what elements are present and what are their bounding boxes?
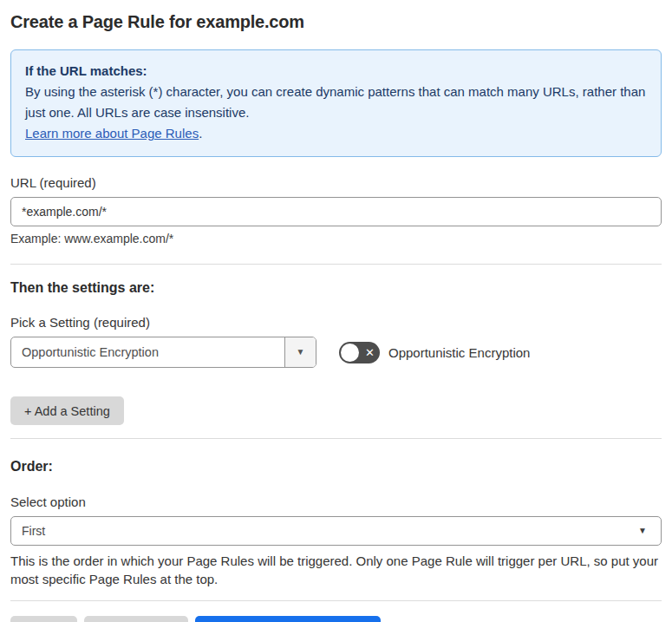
chevron-down-icon: ▼: [297, 348, 305, 357]
link-period: .: [199, 126, 202, 141]
url-match-info-box: If the URL matches: By using the asteris…: [10, 49, 662, 157]
setting-dropdown[interactable]: Opportunistic Encryption ▼: [10, 337, 316, 368]
save-and-deploy-button[interactable]: Save and Deploy Page Rule: [195, 616, 381, 622]
settings-section-heading: Then the settings are:: [10, 280, 662, 296]
url-input[interactable]: [10, 197, 662, 226]
order-select[interactable]: First ▼: [10, 516, 662, 546]
select-option-label: Select option: [10, 494, 662, 509]
setting-toggle-label: Opportunistic Encryption: [388, 345, 530, 360]
info-box-body: By using the asterisk (*) character, you…: [25, 82, 647, 123]
learn-more-link[interactable]: Learn more about Page Rules: [25, 126, 199, 141]
info-box-link-line: Learn more about Page Rules.: [25, 123, 647, 144]
setting-row: Opportunistic Encryption ▼ ✕ Opportunist…: [10, 337, 662, 368]
order-helper-text: This is the order in which your Page Rul…: [10, 552, 662, 588]
info-box-heading: If the URL matches:: [25, 61, 647, 82]
select-arrow-icon: ▼: [638, 527, 647, 535]
footer-actions: Cancel Save as Draft Save and Deploy Pag…: [10, 616, 662, 622]
create-page-rule-form: Create a Page Rule for example.com If th…: [0, 0, 672, 622]
pick-setting-label: Pick a Setting (required): [10, 315, 662, 330]
url-field-label: URL (required): [10, 175, 662, 190]
section-divider: [10, 600, 662, 601]
cancel-button[interactable]: Cancel: [10, 616, 77, 622]
order-section-heading: Order:: [10, 459, 662, 475]
section-divider: [10, 438, 662, 439]
page-title: Create a Page Rule for example.com: [10, 12, 662, 32]
url-example-helper: Example: www.example.com/*: [10, 232, 662, 246]
toggle-off-x-icon: ✕: [365, 347, 375, 358]
setting-toggle-group: ✕ Opportunistic Encryption: [339, 342, 530, 363]
setting-dropdown-arrow-button[interactable]: ▼: [284, 337, 316, 367]
opportunistic-encryption-toggle[interactable]: ✕: [339, 342, 380, 363]
setting-dropdown-value: Opportunistic Encryption: [11, 337, 284, 367]
add-setting-button[interactable]: + Add a Setting: [10, 396, 124, 425]
section-divider: [10, 264, 662, 265]
order-select-value: First: [22, 524, 45, 538]
toggle-knob: [341, 344, 359, 362]
save-as-draft-button[interactable]: Save as Draft: [84, 616, 188, 622]
